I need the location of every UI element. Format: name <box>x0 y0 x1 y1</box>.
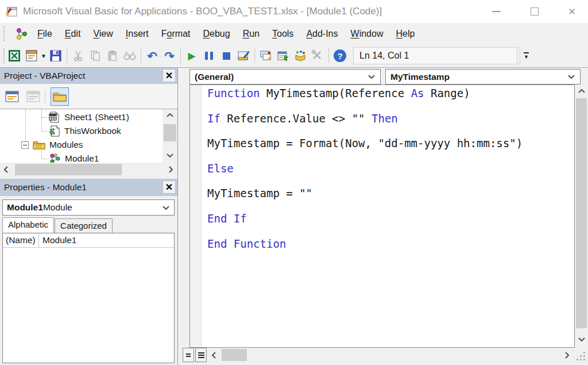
project-explorer-button[interactable] <box>257 47 274 64</box>
project-tree-vscrollbar[interactable] <box>163 109 177 163</box>
workbook-icon <box>48 125 61 137</box>
menu-tools[interactable]: Tools <box>266 23 300 44</box>
code-line[interactable] <box>207 125 573 137</box>
chevron-up-icon <box>167 113 173 117</box>
scroll-right-button[interactable] <box>561 348 572 362</box>
insert-userform-button[interactable] <box>23 47 40 64</box>
scroll-right-button[interactable] <box>165 163 176 176</box>
run-button[interactable]: ▶ <box>183 47 200 64</box>
property-value[interactable]: Module1 <box>39 233 174 247</box>
tree-item-modules[interactable]: Modules <box>32 138 83 152</box>
view-code-button[interactable] <box>3 87 21 106</box>
menubar-grip[interactable] <box>3 26 6 41</box>
paste-button[interactable] <box>104 47 121 64</box>
properties-panel-close-button[interactable]: ✕ <box>163 180 176 194</box>
view-excel-button[interactable] <box>6 47 23 64</box>
scroll-left-button[interactable] <box>0 163 11 176</box>
menu-edit[interactable]: Edit <box>59 23 87 44</box>
tree-item-sheet1[interactable]: Sheet1 (Sheet1) <box>48 110 129 124</box>
tree-connector <box>25 109 26 141</box>
menu-run[interactable]: Run <box>237 23 266 44</box>
redo-button[interactable]: ↷ <box>161 47 178 64</box>
project-panel-close-button[interactable]: ✕ <box>163 69 176 82</box>
copy-button[interactable] <box>87 47 104 64</box>
code-line[interactable] <box>207 100 573 113</box>
scroll-up-button[interactable] <box>575 84 588 97</box>
menu-window[interactable]: Window <box>345 23 390 44</box>
menu-help[interactable]: Help <box>389 23 421 44</box>
object-selector-dropdown[interactable]: Module1 Module <box>2 199 175 216</box>
reset-icon <box>223 52 230 60</box>
project-tree-hscrollbar[interactable] <box>0 163 177 176</box>
undo-button[interactable]: ↶ <box>144 47 161 64</box>
property-key[interactable]: (Name) <box>3 233 39 247</box>
procedure-view-button[interactable] <box>183 348 194 362</box>
scroll-down-button[interactable] <box>575 333 588 345</box>
code-editor[interactable]: Function MyTimestamp(Reference As Range)… <box>189 84 575 348</box>
full-module-view-button[interactable] <box>195 348 207 362</box>
project-panel-header[interactable]: Project - VBAProject ✕ <box>0 68 177 84</box>
code-line[interactable]: Function MyTimestamp(Reference As Range) <box>207 87 573 100</box>
properties-panel-header[interactable]: Properties - Module1 ✕ <box>0 179 177 196</box>
cut-button[interactable] <box>69 47 87 64</box>
vscroll-thumb[interactable] <box>576 98 587 328</box>
scroll-left-button[interactable] <box>208 348 219 362</box>
save-button[interactable] <box>47 47 64 64</box>
scroll-down-button[interactable] <box>163 149 177 161</box>
full-module-view-icon <box>198 352 204 354</box>
code-line[interactable] <box>207 175 573 188</box>
properties-window-button[interactable] <box>274 47 292 64</box>
code-line[interactable]: End Function <box>207 238 573 251</box>
tab-alphabetic[interactable]: Alphabetic <box>2 217 54 233</box>
code-line[interactable]: End If <box>207 213 573 225</box>
menu-addins[interactable]: Add-Ins <box>300 23 344 44</box>
code-line[interactable]: MyTimestamp = Format(Now, "dd-mm-yyyy hh… <box>207 137 573 150</box>
code-line[interactable] <box>207 150 573 163</box>
code-line[interactable] <box>207 225 573 238</box>
toolbox-button[interactable] <box>309 47 326 64</box>
maximize-button[interactable] <box>519 0 551 23</box>
hscroll-thumb[interactable] <box>222 349 247 361</box>
find-button[interactable] <box>121 47 138 64</box>
margin-indicator-bar[interactable] <box>190 85 202 347</box>
code-text[interactable]: Function MyTimestamp(Reference As Range)… <box>207 87 573 347</box>
object-name: Module1 <box>7 202 43 213</box>
code-line[interactable]: If Reference.Value <> "" Then <box>207 113 573 125</box>
title-bar: Microsoft Visual Basic for Applications … <box>0 0 588 23</box>
hscroll-thumb[interactable] <box>15 164 122 175</box>
code-hscrollbar[interactable] <box>208 348 574 362</box>
break-button[interactable] <box>200 47 218 64</box>
resize-grip[interactable] <box>577 352 586 361</box>
view-object-button[interactable] <box>24 87 42 106</box>
menu-debug[interactable]: Debug <box>197 23 237 44</box>
menu-format[interactable]: Format <box>155 23 197 44</box>
code-line[interactable]: Else <box>207 163 573 175</box>
help-icon: ? <box>334 49 346 62</box>
menu-view[interactable]: View <box>87 23 119 44</box>
toggle-folders-button[interactable] <box>51 87 69 106</box>
modules-collapse-toggle[interactable] <box>21 141 29 149</box>
menu-insert[interactable]: Insert <box>119 23 155 44</box>
project-explorer-icon <box>260 49 272 62</box>
object-dropdown[interactable]: (General) <box>189 69 381 84</box>
vscroll-thumb[interactable] <box>164 124 176 141</box>
object-browser-button[interactable] <box>292 47 309 64</box>
scroll-up-button[interactable] <box>163 109 177 121</box>
tree-item-thisworkbook[interactable]: ThisWorkbook <box>48 124 121 138</box>
design-mode-button[interactable] <box>235 47 252 64</box>
chevron-left-icon <box>4 166 8 173</box>
reset-button[interactable] <box>218 47 235 64</box>
procedure-dropdown[interactable]: MyTimestamp <box>385 69 581 84</box>
close-button[interactable]: ✕ <box>556 0 588 23</box>
code-vscrollbar[interactable] <box>575 84 588 348</box>
menu-file[interactable]: File <box>31 23 59 44</box>
toolbar-overflow-button[interactable]: ▼ <box>520 46 532 66</box>
code-line[interactable]: MyTimestamp = "" <box>207 187 573 200</box>
chevron-down-icon <box>568 75 575 79</box>
vba-project-icon <box>15 27 29 41</box>
minimize-button[interactable] <box>480 0 512 23</box>
code-line[interactable] <box>207 200 573 213</box>
tab-categorized[interactable]: Categorized <box>55 218 113 233</box>
insert-dropdown-caret[interactable]: ▼ <box>40 53 47 59</box>
help-button[interactable]: ? <box>331 47 349 64</box>
